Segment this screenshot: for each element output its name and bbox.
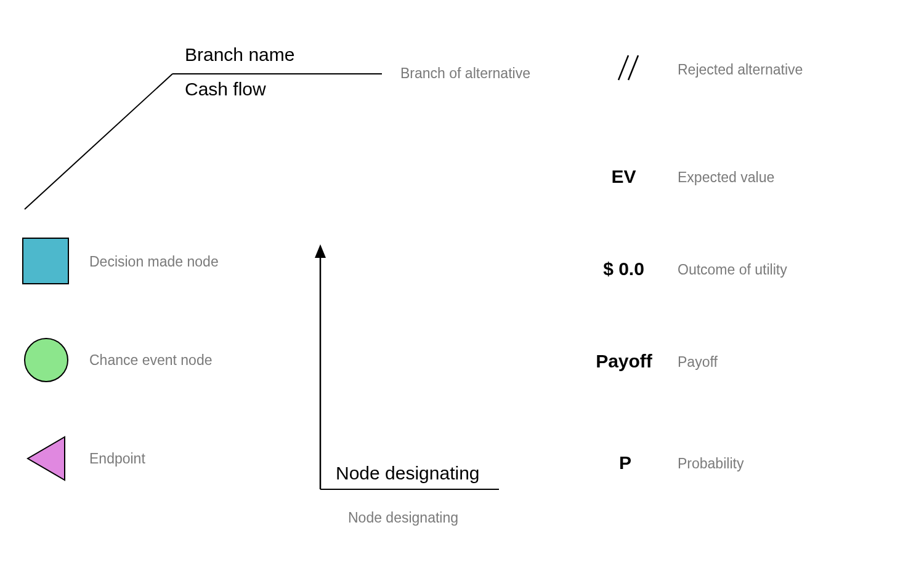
branch-description: Branch of alternative xyxy=(400,65,530,82)
payoff-label: Payoff xyxy=(678,354,718,371)
svg-point-3 xyxy=(25,339,68,382)
svg-rect-2 xyxy=(23,238,68,284)
chance-node-label: Chance event node xyxy=(89,352,213,369)
branch-bottom-label: Cash flow xyxy=(185,79,266,100)
payoff-symbol: Payoff xyxy=(584,351,664,372)
svg-line-0 xyxy=(25,74,172,209)
endpoint-shape xyxy=(22,434,71,486)
ev-symbol: EV xyxy=(598,166,650,187)
node-designating-text: Node designating xyxy=(336,463,480,484)
node-designating-figure xyxy=(308,243,505,498)
rejected-label: Rejected alternative xyxy=(678,62,803,78)
svg-marker-6 xyxy=(315,244,326,258)
utility-symbol: $ 0.0 xyxy=(588,258,659,279)
decision-node-shape xyxy=(22,237,71,289)
endpoint-label: Endpoint xyxy=(89,451,145,467)
utility-label: Outcome of utility xyxy=(678,262,787,278)
decision-node-label: Decision made node xyxy=(89,254,219,270)
probability-label: Probability xyxy=(678,455,744,472)
node-designating-caption: Node designating xyxy=(348,510,458,526)
branch-top-label: Branch name xyxy=(185,44,294,65)
chance-node-shape xyxy=(22,335,71,387)
svg-line-8 xyxy=(618,55,628,80)
ev-label: Expected value xyxy=(678,169,774,186)
svg-line-9 xyxy=(628,55,638,80)
svg-marker-4 xyxy=(28,437,65,480)
rejected-symbol xyxy=(610,52,647,86)
probability-symbol: P xyxy=(607,452,644,473)
